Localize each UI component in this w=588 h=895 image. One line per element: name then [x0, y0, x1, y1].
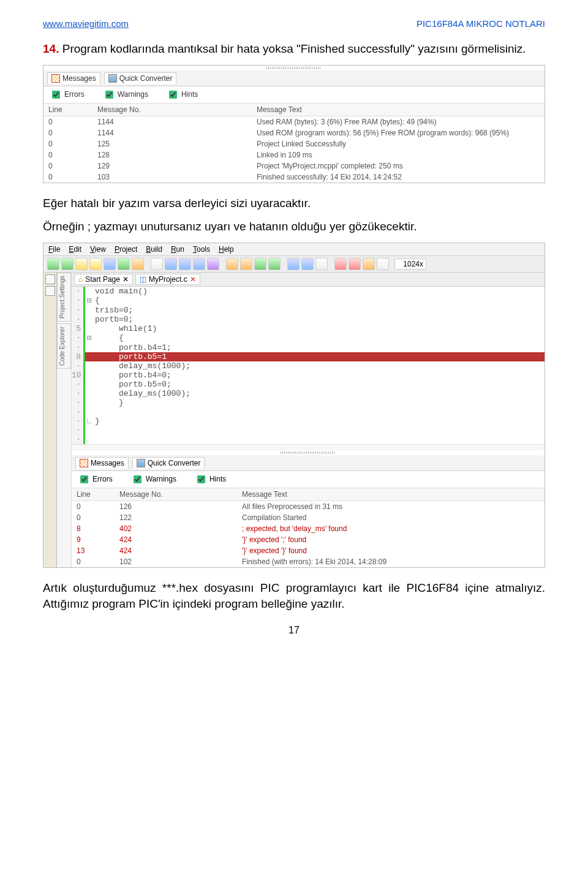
- code-line[interactable]: · portb.b5=0;: [72, 380, 545, 389]
- menu-view[interactable]: View: [90, 245, 106, 254]
- toolbar-button[interactable]: [151, 258, 163, 270]
- tab-quick-converter[interactable]: Quick Converter: [132, 457, 205, 469]
- code-line[interactable]: ·portb=0;: [72, 315, 545, 324]
- check-hints[interactable]: Hints: [195, 474, 226, 485]
- side-icon[interactable]: [45, 286, 55, 296]
- table-row[interactable]: 13424'}' expected '}' found: [72, 545, 545, 556]
- tab-messages[interactable]: Messages: [75, 457, 129, 469]
- editor-tab-start[interactable]: ⌂Start Page✕: [74, 274, 133, 285]
- toolbar-button[interactable]: [240, 258, 252, 270]
- menu-build[interactable]: Build: [146, 245, 162, 254]
- menu-help[interactable]: Help: [219, 245, 234, 254]
- toolbar-button[interactable]: [75, 258, 88, 270]
- code-line[interactable]: 8 portb.b5=1: [72, 352, 545, 361]
- toolbar-button[interactable]: [334, 258, 347, 270]
- col-msgtext[interactable]: Message Text: [237, 488, 545, 500]
- col-msgno[interactable]: Message No.: [92, 103, 252, 116]
- toolbar-button[interactable]: [287, 258, 300, 270]
- table-row[interactable]: 0129Project 'MyProject.mcppi' completed:…: [43, 160, 545, 172]
- check-warnings[interactable]: Warnings: [103, 89, 148, 100]
- table-row[interactable]: 0126All files Preprocessed in 31 ms: [72, 500, 545, 512]
- check-warnings[interactable]: Warnings: [131, 474, 176, 485]
- code-line[interactable]: 5 while(1): [72, 324, 545, 333]
- toolbar-button[interactable]: [165, 258, 177, 270]
- filter-check-row: Errors Warnings Hints: [43, 86, 545, 103]
- table-row[interactable]: 01144Used ROM (program words): 56 (5%) F…: [43, 127, 545, 138]
- messages-icon: [80, 459, 88, 467]
- menu-project[interactable]: Project: [115, 245, 137, 254]
- toolbar-button[interactable]: [254, 258, 266, 270]
- menu-run[interactable]: Run: [171, 245, 184, 254]
- toolbar-button[interactable]: [104, 258, 116, 270]
- menu-edit[interactable]: Edit: [69, 245, 81, 254]
- col-msgtext[interactable]: Message Text: [252, 103, 545, 116]
- table-row[interactable]: 01144Used RAM (bytes): 3 (6%) Free RAM (…: [43, 116, 545, 127]
- mid-text-1: Eğer hatalı bir yazım varsa derleyici si…: [43, 195, 545, 212]
- page-number: 17: [43, 625, 545, 636]
- toolbar-button[interactable]: [349, 258, 361, 270]
- code-line[interactable]: · delay_ms(1000);: [72, 389, 545, 398]
- messages-table: Line Message No. Message Text 01144Used …: [43, 103, 545, 183]
- code-line[interactable]: · }: [72, 398, 545, 407]
- zoom-display[interactable]: 1024x: [394, 259, 426, 270]
- toolbar-button[interactable]: [207, 258, 219, 270]
- side-icon[interactable]: [45, 274, 55, 284]
- check-hints[interactable]: Hints: [167, 89, 198, 100]
- toolbar-button[interactable]: [132, 258, 144, 270]
- toolbar-button[interactable]: [179, 258, 191, 270]
- code-line[interactable]: ·: [72, 435, 545, 444]
- close-icon[interactable]: ✕: [190, 275, 196, 284]
- code-line[interactable]: · delay_ms(1000);: [72, 361, 545, 371]
- toolbar-button[interactable]: [226, 258, 238, 270]
- scroll-indicator: [72, 444, 545, 450]
- col-msgno[interactable]: Message No.: [115, 488, 237, 500]
- table-row[interactable]: 8402; expected, but 'delay_ms' found: [72, 523, 545, 534]
- table-row[interactable]: 9424'}' expected ';' found: [72, 534, 545, 545]
- table-row[interactable]: 0125Project Linked Successfully: [43, 138, 545, 149]
- code-line[interactable]: ·∟}: [72, 417, 545, 426]
- table-row[interactable]: 0102Finished (with errors): 14 Eki 2014,…: [72, 556, 545, 567]
- code-line[interactable]: ·void main(): [72, 287, 545, 296]
- site-url-link[interactable]: www.maviegitim.com: [43, 18, 129, 29]
- toolbar-button[interactable]: [363, 258, 375, 270]
- table-row[interactable]: 0122Compilation Started: [72, 512, 545, 523]
- code-line[interactable]: ·: [72, 407, 545, 417]
- table-row[interactable]: 0128Linked in 109 ms: [43, 149, 545, 160]
- side-tab-code-explorer[interactable]: Code Explorer: [57, 323, 71, 369]
- home-icon: ⌂: [78, 275, 83, 284]
- tab-quick-converter[interactable]: Quick Converter: [104, 72, 177, 84]
- toolbar-button[interactable]: [47, 258, 59, 270]
- code-editor[interactable]: ·void main()·⊟{·trisb=0;·portb=0;5 while…: [72, 287, 545, 444]
- editor-tab-file[interactable]: ◫MyProject.c✕: [135, 274, 200, 285]
- code-line[interactable]: · portb.b4=1;: [72, 343, 545, 352]
- doc-title: PIC16F84A MIKROC NOTLARI: [417, 18, 545, 29]
- code-line[interactable]: ·⊟{: [72, 296, 545, 306]
- messages-icon: [51, 74, 60, 83]
- editor-tab-row: ⌂Start Page✕ ◫MyProject.c✕: [72, 273, 545, 287]
- toolbar-button[interactable]: [193, 258, 205, 270]
- toolbar-button[interactable]: [89, 258, 102, 270]
- toolbar-button[interactable]: [377, 258, 389, 270]
- tab-messages[interactable]: Messages: [47, 72, 100, 84]
- toolbar-button[interactable]: [61, 258, 74, 270]
- menu-tools[interactable]: Tools: [193, 245, 210, 254]
- code-line[interactable]: ·trisb=0;: [72, 306, 545, 315]
- close-icon[interactable]: ✕: [123, 275, 129, 284]
- table-row[interactable]: 0103Finished successfully: 14 Eki 2014, …: [43, 172, 545, 183]
- step-text: Program kodlarında mantıksal bir hata yo…: [62, 42, 526, 55]
- toolbar-button[interactable]: [301, 258, 314, 270]
- messages-table-errors: Line Message No. Message Text 0126All fi…: [72, 488, 545, 567]
- code-line[interactable]: ·: [72, 426, 545, 435]
- check-errors[interactable]: Errors: [50, 89, 85, 100]
- menu-file[interactable]: File: [48, 245, 60, 254]
- quick-converter-icon: [137, 459, 145, 467]
- col-line[interactable]: Line: [43, 103, 92, 116]
- code-line[interactable]: ·⊟ {: [72, 333, 545, 343]
- check-errors[interactable]: Errors: [78, 474, 113, 485]
- side-tab-project-settings[interactable]: Project Settings: [57, 273, 71, 322]
- col-line[interactable]: Line: [72, 488, 115, 500]
- toolbar-button[interactable]: [315, 258, 328, 270]
- toolbar-button[interactable]: [118, 258, 130, 270]
- code-line[interactable]: 10 portb.b4=0;: [72, 371, 545, 380]
- toolbar-button[interactable]: [268, 258, 281, 270]
